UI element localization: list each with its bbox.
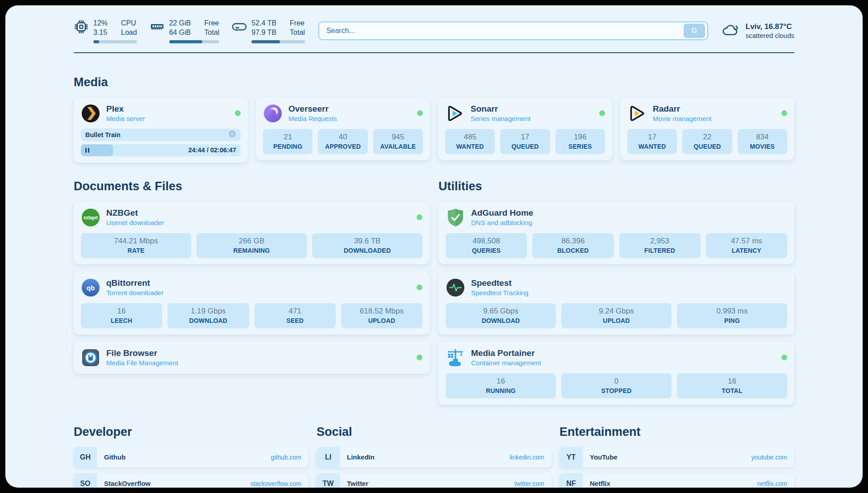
- stat-leech-value: 16: [83, 307, 160, 316]
- stat-latency-label: LATENCY: [708, 247, 785, 254]
- stat-movies-label: MOVIES: [739, 143, 785, 150]
- stat-wanted-label: WANTED: [447, 143, 493, 150]
- nzbget-stats: 744.21 Mbps RATE 266 GB REMAINING 39.6 T…: [81, 233, 422, 258]
- ram-values: 22 GiB 64 GiB: [169, 19, 191, 38]
- sonarr-subtitle: Series management: [471, 115, 593, 122]
- app-card-radarr[interactable]: Radarr Movie management 17 WANTED 22 QUE…: [620, 97, 794, 160]
- stat-download-value: 1.19 Gbps: [169, 307, 247, 316]
- link-github[interactable]: GH Github github.com: [74, 447, 309, 468]
- social-links: LI LinkedIn linkedin.com TW Twitter twit…: [317, 447, 551, 488]
- link-twitter[interactable]: TW Twitter twitter.com: [317, 473, 551, 488]
- twitter-badge: TW: [317, 473, 340, 488]
- ram-total: 64 GiB: [169, 28, 191, 38]
- nzbget-header: nzbget NZBGet Usenet downloader: [81, 208, 422, 227]
- stat-seed-label: SEED: [256, 317, 334, 324]
- plex-subtitle: Media server: [106, 115, 229, 122]
- stat-queued-value: 17: [502, 133, 548, 142]
- overseerr-stats: 21 PENDING 40 APPROVED 945 AVAILABLE: [263, 129, 423, 154]
- stat-approved-value: 40: [320, 133, 366, 142]
- app-card-plex[interactable]: Plex Media server Bullet Train: [74, 97, 248, 163]
- section-media: Media Plex Media server: [74, 75, 794, 163]
- radarr-subtitle: Movie management: [653, 115, 776, 122]
- search-bar[interactable]: G: [318, 21, 708, 40]
- stat-movies-value: 834: [739, 133, 785, 142]
- overseerr-subtitle: Media Requests: [288, 115, 411, 122]
- stat-seed: 471 SEED: [255, 303, 336, 328]
- disk-body: 52.4 TB 97.9 TB Free Total: [251, 19, 305, 43]
- youtube-url: youtube.com: [751, 454, 794, 461]
- youtube-badge: YT: [559, 447, 583, 468]
- app-card-sonarr[interactable]: Sonarr Series management 485 WANTED 17 Q…: [438, 97, 612, 160]
- app-card-qbittorrent[interactable]: qb qBittorrent Torrent downloader 16 LEE…: [74, 272, 430, 334]
- plex-player-time: 24:44 / 02:06:47: [188, 146, 236, 154]
- stat-latency: 47.57 ms LATENCY: [706, 233, 787, 258]
- stat-upload-value: 9.24 Gbps: [563, 307, 670, 316]
- adguard-stats: 498,508 QUERIES 86,396 BLOCKED 2,953 FIL…: [446, 233, 787, 258]
- utilities-stack: AdGuard Home DNS and adblocking 498,508 …: [438, 201, 794, 405]
- ram-label-1: Free: [204, 19, 220, 28]
- section-entertainment-title: Entertainment: [559, 425, 794, 439]
- filebrowser-title: File Browser: [106, 348, 411, 358]
- adguard-title: AdGuard Home: [471, 208, 787, 218]
- section-entertainment: Entertainment YT YouTube youtube.com NF …: [559, 425, 794, 488]
- speedtest-subtitle: Speedtest Tracking: [471, 289, 787, 297]
- cpu-body: 12% 3.15 CPU Load: [93, 19, 137, 43]
- disk-label-2: Total: [290, 28, 305, 38]
- app-card-nzbget[interactable]: nzbget NZBGet Usenet downloader 744.21 M…: [74, 201, 430, 264]
- stat-rate: 744.21 Mbps RATE: [81, 233, 191, 258]
- link-netflix[interactable]: NF Netflix netflix.com: [559, 473, 794, 488]
- app-card-speedtest[interactable]: Speedtest Speedtest Tracking 9.65 Gbps D…: [438, 272, 794, 334]
- speedtest-header: Speedtest Speedtest Tracking: [446, 278, 787, 297]
- radarr-header: Radarr Movie management: [627, 104, 787, 123]
- sonarr-icon: [445, 104, 465, 123]
- stat-wanted: 17 WANTED: [627, 129, 677, 154]
- plex-now-playing: Bullet Train: [81, 129, 241, 141]
- middle-columns: Documents & Files nzbget NZBGet U: [74, 180, 794, 405]
- linkedin-name: LinkedIn: [340, 453, 509, 461]
- weather-location: Lviv, 16.87°C: [746, 22, 794, 31]
- pause-button[interactable]: [85, 148, 89, 153]
- stat-wanted-label: WANTED: [629, 143, 675, 150]
- plex-player-bar: 24:44 / 02:06:47: [81, 144, 241, 156]
- app-card-portainer[interactable]: Media Portainer Container management 16 …: [438, 342, 794, 405]
- stat-approved-label: APPROVED: [320, 143, 366, 150]
- stat-filtered-value: 2,953: [621, 237, 699, 246]
- system-resources: 12% 3.15 CPU Load: [74, 19, 305, 43]
- filebrowser-titles: File Browser Media File Management: [106, 348, 411, 367]
- stat-seed-value: 471: [256, 307, 334, 316]
- cpu-progress-track: [93, 40, 137, 43]
- disk-icon: [232, 19, 247, 36]
- github-url: github.com: [271, 454, 309, 461]
- radarr-titles: Radarr Movie management: [653, 104, 776, 122]
- link-stackoverflow[interactable]: SO StackOverflow stackoverflow.com: [74, 473, 309, 488]
- portainer-crane-icon: [446, 348, 465, 368]
- qbittorrent-status-dot: [417, 284, 422, 290]
- adguard-shield-icon: [446, 208, 465, 227]
- stat-upload-label: UPLOAD: [343, 317, 421, 324]
- search-engine-button[interactable]: G: [684, 24, 705, 38]
- portainer-subtitle: Container management: [471, 359, 776, 367]
- section-media-title: Media: [74, 75, 794, 89]
- stat-filtered: 2,953 FILTERED: [619, 233, 701, 258]
- ram-progress-fill: [169, 40, 202, 43]
- stat-downloaded: 39.6 TB DOWNLOADED: [312, 233, 422, 258]
- app-card-adguard[interactable]: AdGuard Home DNS and adblocking 498,508 …: [438, 201, 794, 264]
- stat-stopped-label: STOPPED: [563, 387, 670, 394]
- stat-download-value: 9.65 Gbps: [447, 307, 554, 316]
- app-card-filebrowser[interactable]: File Browser Media File Management: [74, 342, 430, 374]
- stat-ping-label: PING: [679, 317, 785, 324]
- developer-links: GH Github github.com SO StackOverflow st…: [74, 447, 309, 488]
- cpu-widget: 12% 3.15 CPU Load: [74, 19, 137, 43]
- plex-status-dot: [235, 110, 241, 116]
- stat-remaining-label: REMAINING: [198, 247, 305, 254]
- link-youtube[interactable]: YT YouTube youtube.com: [559, 447, 794, 468]
- entertainment-links: YT YouTube youtube.com NF Netflix netfli…: [559, 447, 794, 488]
- disk-widget: 52.4 TB 97.9 TB Free Total: [232, 19, 305, 43]
- link-linkedin[interactable]: LI LinkedIn linkedin.com: [317, 447, 551, 468]
- twitter-name: Twitter: [340, 480, 514, 487]
- stat-queries-value: 498,508: [447, 237, 525, 246]
- search-input[interactable]: [326, 26, 684, 35]
- portainer-titles: Media Portainer Container management: [471, 348, 776, 367]
- ram-widget: 22 GiB 64 GiB Free Total: [150, 19, 220, 43]
- app-card-overseerr[interactable]: Overseerr Media Requests 21 PENDING 40 A…: [256, 97, 430, 160]
